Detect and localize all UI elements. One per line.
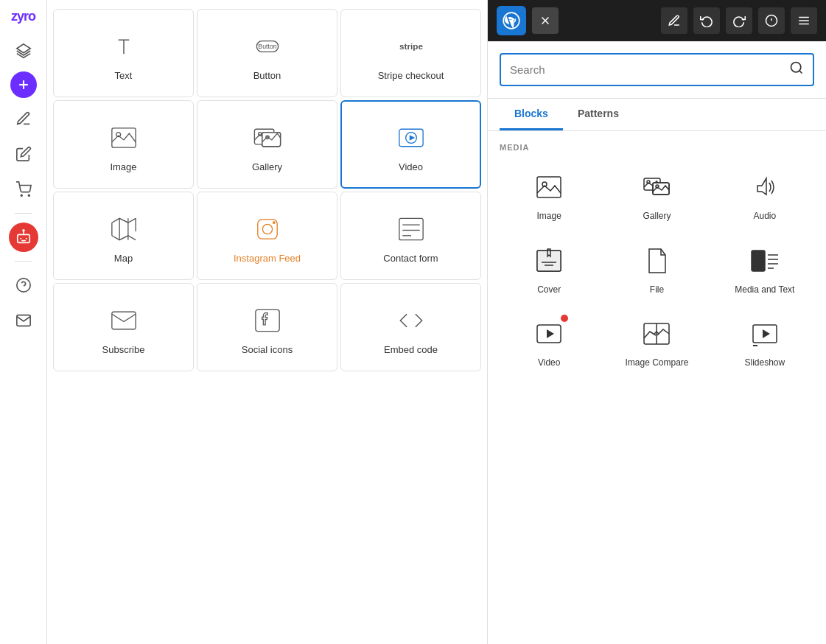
blocks-content: MEDIA Image [488,131,826,644]
block-audio[interactable]: Audio [715,164,814,228]
gallery-block-icon [639,169,674,205]
block-slideshow[interactable]: Slideshow [715,310,814,375]
ai-robot-button[interactable] [9,223,38,252]
svg-text:Button: Button [258,42,277,49]
embed-widget-label: Embed code [384,344,438,357]
text-widget-label: Text [115,70,133,83]
block-gallery[interactable]: Gallery [607,164,706,228]
video-widget-label: Video [399,161,423,174]
subscribe-widget-label: Subscribe [102,344,145,357]
embed-widget-icon [393,303,429,338]
layers-icon[interactable] [9,36,38,66]
search-icon [789,60,804,79]
svg-rect-49 [537,177,561,197]
close-button[interactable] [532,7,559,34]
divider-top [15,213,32,214]
svg-point-3 [21,195,22,196]
topbar-actions [661,7,817,34]
block-video[interactable]: Video [500,310,598,375]
file-block-icon [639,243,674,279]
media-text-block-label: Media and Text [735,284,794,296]
instagram-widget-label: Instagram Feed [234,253,301,265]
video-widget-icon [393,120,429,155]
tabs-bar: Blocks Patterns [488,99,826,131]
image-compare-block-icon [639,316,674,351]
social-widget-icon [250,303,285,338]
image-block-label: Image [536,211,561,223]
search-input[interactable] [510,63,783,76]
mail-icon[interactable] [9,306,38,335]
svg-rect-57 [537,251,561,271]
widget-button[interactable]: Button Button [197,9,337,97]
svg-point-10 [16,279,29,292]
svg-text:stripe: stripe [399,41,423,51]
video-block-label: Video [538,357,560,369]
blocks-grid: Image Gallery [500,164,814,375]
search-area [488,41,826,99]
contact-widget-label: Contact form [383,253,438,265]
svg-rect-60 [752,251,765,271]
stripe-widget-label: Stripe checkout [378,70,444,83]
subscribe-widget-icon [106,303,141,338]
svg-point-30 [262,224,272,234]
tab-blocks[interactable]: Blocks [500,99,563,130]
pen-icon[interactable] [9,104,38,133]
svg-marker-26 [409,135,414,140]
button-widget-label: Button [253,70,281,83]
widget-panel: Text Button Button stripe [47,0,487,644]
cover-block-icon [531,243,567,279]
block-file[interactable]: File [607,237,706,302]
wp-topbar [488,0,826,41]
widget-stripe[interactable]: stripe Stripe checkout [340,9,481,97]
block-cover[interactable]: Cover [500,237,598,302]
search-box [500,53,814,86]
undo-icon[interactable] [693,7,720,34]
image-block-icon [531,169,567,205]
video-badge [561,315,568,322]
edit-icon[interactable] [9,139,38,169]
redo-icon[interactable] [726,7,752,34]
widget-video[interactable]: Video [340,100,481,189]
widget-instagram[interactable]: Instagram Feed [197,192,337,280]
widget-gallery[interactable]: Gallery [197,100,337,189]
svg-point-6 [23,230,24,231]
block-image-compare[interactable]: Image Compare [607,310,706,375]
audio-block-icon [747,169,783,205]
file-block-label: File [650,284,664,296]
svg-rect-32 [399,218,422,239]
widget-social[interactable]: Social icons [197,283,337,371]
widget-text[interactable]: Text [53,9,194,97]
block-image[interactable]: Image [500,164,598,228]
svg-point-4 [28,195,29,196]
gallery-widget-label: Gallery [252,161,282,174]
gallery-block-label: Gallery [643,211,671,223]
info-icon[interactable] [758,7,785,34]
widget-map[interactable]: Map [53,192,194,280]
left-sidebar: zyro [0,0,47,644]
pen-tool-icon[interactable] [661,7,687,34]
cover-block-label: Cover [537,284,561,296]
svg-rect-36 [111,312,135,329]
media-section-label: MEDIA [500,143,814,152]
block-media-text[interactable]: Media and Text [715,237,814,302]
instagram-widget-icon [250,211,285,247]
menu-icon[interactable] [791,7,817,34]
widget-subscribe[interactable]: Subscribe [53,283,194,371]
wordpress-logo [497,6,526,35]
cart-icon[interactable] [9,175,38,204]
app-logo: zyro [11,9,35,24]
widget-embed[interactable]: Embed code [340,283,481,371]
svg-line-48 [799,71,802,74]
widget-image[interactable]: Image [53,100,194,189]
widget-grid: Text Button Button stripe [53,9,481,371]
gallery-widget-icon [250,120,285,155]
svg-point-47 [791,63,801,72]
stripe-widget-icon: stripe [393,29,429,64]
help-icon[interactable] [9,270,38,300]
tab-patterns[interactable]: Patterns [563,99,634,130]
social-widget-label: Social icons [242,344,293,357]
add-widget-button[interactable] [10,71,37,98]
widget-contact[interactable]: Contact form [340,192,481,280]
divider-bottom [15,261,32,262]
text-widget-icon [106,29,141,64]
